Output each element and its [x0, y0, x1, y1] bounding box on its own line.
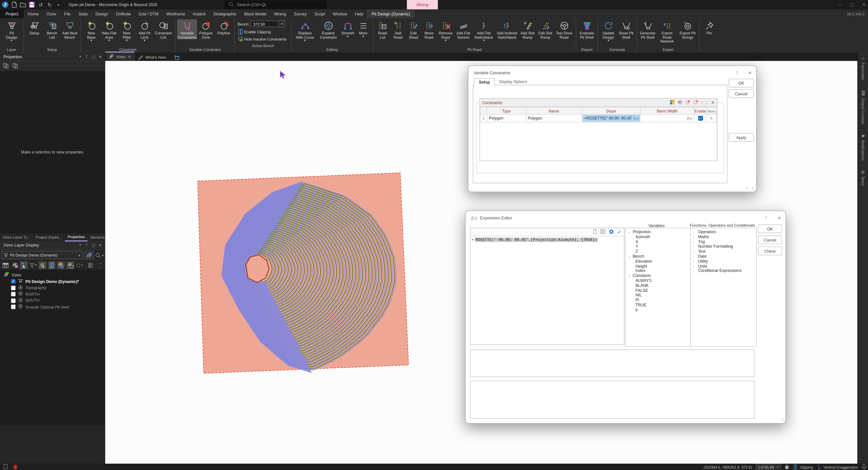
tree-node-date[interactable]: ›Date	[693, 254, 756, 259]
menu-stats[interactable]: Stats	[74, 9, 91, 18]
ribbon-button-expand-constraint[interactable]: Expand Constraint	[316, 20, 340, 40]
layer-selector-dropdown[interactable]: Pit Design Demo (Dynamic) ▼	[1, 251, 83, 259]
layer-checkbox-unchecked[interactable]	[11, 305, 16, 309]
ok-button[interactable]: OK	[728, 79, 754, 87]
validate-icon[interactable]: ✓	[617, 230, 621, 235]
vertical-exaggeration-toggle[interactable]: Vertical Exaggeration	[817, 464, 858, 470]
ribbon-button-pin[interactable]: Pin	[702, 20, 717, 35]
clipping-toggle[interactable]: Clipping	[793, 464, 813, 470]
insert-table-icon[interactable]	[600, 229, 606, 235]
variables-panel[interactable]: ⌄Projection Azimuth X Y Z ⌄Bench Elevati…	[625, 228, 691, 347]
menu-help[interactable]: Help	[351, 9, 367, 18]
resize-grip[interactable]: ⠿	[752, 186, 755, 191]
notifications-bell-icon[interactable]	[862, 464, 866, 470]
menu-stratigraphic[interactable]: Stratigraphic	[210, 9, 240, 18]
ribbon-button-export-road-network[interactable]: Export Road Network	[656, 20, 678, 44]
menu-vizex[interactable]: Vizex	[42, 9, 60, 18]
ribbon-button-add-flat-section[interactable]: Add Flat Section	[454, 20, 472, 40]
cancel-button[interactable]: Cancel	[758, 235, 782, 244]
search-input[interactable]: Search (Ctrl+Q)	[224, 0, 327, 9]
ribbon-button-show-pit-shell[interactable]: Show Pit Shell	[617, 20, 635, 40]
tab-properties[interactable]: Properties	[65, 233, 87, 241]
ribbon-button-more[interactable]: More▼	[355, 20, 371, 38]
tree-item-north[interactable]: NORTH	[0, 291, 105, 297]
tab-setup[interactable]: Setup	[474, 78, 495, 87]
ribbon-button-generate-pit-shell[interactable]: Generate Pit Shell	[639, 20, 656, 40]
undo-icon[interactable]: ↺	[37, 1, 44, 8]
resize-grip[interactable]: ⠿	[781, 418, 784, 423]
col-name[interactable]: Name	[526, 107, 582, 114]
collapse-dialog-icon[interactable]: ∧	[746, 186, 748, 190]
new-file-icon[interactable]	[10, 1, 18, 8]
ribbon-button-new-flat-area[interactable]: New Flat Area▼	[100, 20, 118, 42]
hide-inactive-constraints-option[interactable]: Hide Inactive Constraints	[238, 36, 288, 42]
save-icon[interactable]	[28, 1, 35, 8]
tab-favourites[interactable]: ☆ Favourites	[858, 55, 868, 80]
ribbon-button-new-pillar[interactable]: New Pillar▼	[118, 20, 135, 42]
menu-pit-design-dynamic[interactable]: Pit Design (Dynamic)	[367, 9, 414, 18]
cell-enable[interactable]: ✓	[694, 114, 706, 122]
menu-wireframe[interactable]: Wireframe	[162, 9, 189, 18]
cell-more[interactable]: ≡	[706, 114, 717, 122]
fx-icon[interactable]: f(x)	[687, 116, 692, 121]
tab-notifications[interactable]: 🔔︎ Notifications	[858, 132, 868, 160]
ribbon-button-constraint-list[interactable]: Constraint List	[153, 20, 173, 40]
tree-node-bench[interactable]: ⌄Bench	[628, 254, 691, 259]
redo-icon[interactable]: ↻	[46, 1, 53, 8]
menu-design[interactable]: Design	[92, 9, 112, 18]
col-slope[interactable]: Slope	[582, 107, 640, 114]
panel-dropdown-icon[interactable]: ▼	[79, 55, 82, 59]
paste-row-icon[interactable]	[693, 99, 698, 106]
copy-script-icon[interactable]	[12, 62, 18, 70]
fx-icon[interactable]: f(x)	[633, 116, 639, 121]
import-icon[interactable]	[678, 99, 683, 106]
menu-grid-dtm[interactable]: Grid / DTM	[135, 9, 162, 18]
cell-name[interactable]: Polygon	[526, 114, 582, 122]
display-limits-icon[interactable]	[57, 261, 65, 269]
check-button[interactable]: Check	[758, 246, 782, 255]
copy-row-icon[interactable]	[685, 99, 690, 106]
tab-vizex-layer-types[interactable]: Vizex Layer Ty...	[0, 233, 33, 241]
layer-checkbox-unchecked[interactable]	[11, 286, 16, 290]
panel-pin-icon[interactable]: ⊤	[85, 243, 88, 247]
grid-view-icon[interactable]	[670, 99, 675, 106]
panel-close-icon[interactable]: ✕	[99, 243, 102, 247]
cell-type[interactable]: Polygon	[487, 114, 526, 122]
tab-whats-new[interactable]: What's New	[134, 53, 169, 61]
tree-item-pit-design-demo[interactable]: ✓ Pit Design Demo (Dynamic)*	[0, 278, 105, 285]
ribbon-button-add-road[interactable]: Add Road	[390, 20, 406, 40]
app-logo-icon[interactable]	[2, 1, 9, 8]
sort-az-icon[interactable]: AZ	[87, 261, 95, 269]
tab-tasks[interactable]: ▤ Tasks	[858, 168, 868, 186]
expand-collapse-icons[interactable]: ⌃⌄	[97, 261, 104, 269]
panel-dropdown-icon[interactable]: ▼	[79, 243, 82, 247]
close-icon[interactable]: ✕	[748, 70, 752, 75]
select-layer-icon[interactable]	[39, 261, 46, 269]
ribbon-button-bench-list[interactable]: Bench List	[43, 20, 61, 40]
ribbon-button-polyline[interactable]: Polyline	[215, 20, 232, 35]
ribbon-button-export-pit-strings[interactable]: Export Pit Strings	[678, 20, 698, 40]
menu-drillhole[interactable]: Drillhole	[112, 9, 135, 18]
tree-leaf-always[interactable]: ALWAYS	[628, 278, 691, 284]
ribbon-button-remove-road[interactable]: Remove Road▼	[437, 20, 454, 42]
ribbon-button-add-slot-ramp[interactable]: Add Slot Ramp	[519, 20, 536, 40]
tab-sections[interactable]: Sections	[88, 233, 107, 241]
layer-checkbox-unchecked[interactable]	[11, 292, 16, 297]
restore-button[interactable]: ▢	[850, 2, 855, 7]
expression-panel[interactable]: ✓ = ROSETTE("-90,90; 90,45",[Projection:…	[470, 228, 624, 345]
ribbon-button-pit-design[interactable]: Pit Design▼	[2, 20, 22, 42]
move-up-icon[interactable]: ↑	[701, 100, 703, 105]
cell-slope[interactable]: =ROSETTE("-90,90; 90,45" f(x)	[582, 114, 640, 122]
panel-pin-icon[interactable]: ⊤	[85, 55, 88, 59]
preview-icon[interactable]	[609, 229, 615, 235]
ribbon-button-smooth[interactable]: Smooth▼	[340, 20, 355, 38]
tab-vizex[interactable]: Vizex ✕	[105, 52, 134, 61]
layer-visibility-icon[interactable]	[84, 251, 94, 260]
ribbon-button-polygon-zone[interactable]: Polygon Zone	[197, 20, 215, 40]
tree-node-operators[interactable]: ›Operators	[693, 230, 756, 235]
close-button[interactable]: ✕	[862, 2, 866, 7]
ribbon-button-test-drive-road[interactable]: Test Drive Road	[554, 20, 574, 40]
expression-text[interactable]: = ROSETTE("-90,90; 90,45",[Projection:Az…	[470, 238, 624, 242]
open-file-icon[interactable]	[20, 1, 27, 8]
ribbon-button-setup[interactable]: Setup	[26, 20, 43, 35]
